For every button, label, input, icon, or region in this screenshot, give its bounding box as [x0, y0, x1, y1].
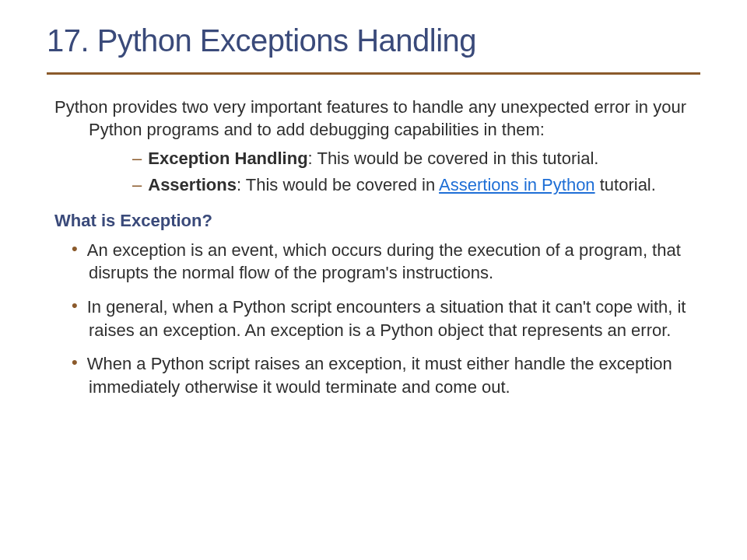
feature-lead: Exception Handling — [148, 149, 307, 168]
bullet-text: An exception is an event, which occurs d… — [87, 240, 681, 283]
intro-text: Python provides two very important featu… — [54, 96, 693, 141]
slide: 17. Python Exceptions Handling Python pr… — [0, 0, 747, 441]
bullet-item: •In general, when a Python script encoun… — [54, 296, 693, 341]
bullet-icon: • — [72, 239, 78, 258]
bullet-list: •An exception is an event, which occurs … — [54, 239, 693, 399]
feature-list: –Exception Handling: This would be cover… — [54, 147, 693, 196]
dash-icon: – — [132, 175, 142, 194]
slide-body: Python provides two very important featu… — [47, 96, 700, 399]
bullet-item: •When a Python script raises an exceptio… — [54, 352, 693, 398]
bullet-icon: • — [72, 352, 78, 372]
feature-item: –Assertions: This would be covered in As… — [54, 173, 693, 197]
slide-title: 17. Python Exceptions Handling — [47, 23, 700, 58]
subheading: What is Exception? — [54, 211, 693, 231]
feature-rest-before: : This would be covered in — [237, 175, 439, 194]
bullet-text: When a Python script raises an exception… — [87, 354, 672, 397]
assertions-link[interactable]: Assertions in Python — [439, 175, 595, 194]
dash-icon: – — [132, 149, 142, 168]
feature-rest-after: tutorial. — [595, 175, 656, 194]
bullet-icon: • — [72, 296, 78, 315]
feature-lead: Assertions — [148, 175, 237, 194]
feature-rest: : This would be covered in this tutorial… — [308, 149, 599, 168]
title-divider — [47, 72, 700, 75]
bullet-text: In general, when a Python script encount… — [87, 297, 686, 340]
bullet-item: •An exception is an event, which occurs … — [54, 239, 693, 285]
feature-item: –Exception Handling: This would be cover… — [54, 147, 693, 170]
